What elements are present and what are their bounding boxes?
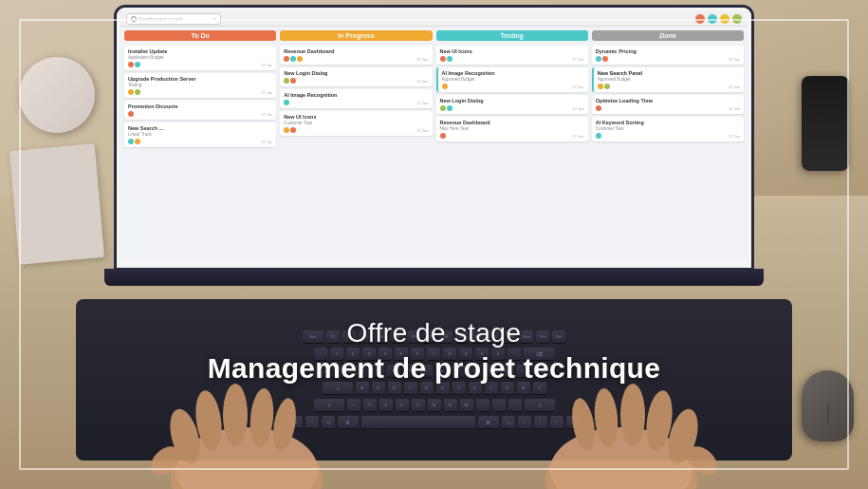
avatar: [128, 89, 134, 95]
avatar: [135, 62, 140, 67]
avatar: [284, 100, 289, 105]
header-icon-4: [732, 14, 742, 24]
card-avatars: [128, 89, 140, 95]
avatar: [602, 56, 608, 62]
card-subtitle: Application Budget: [128, 55, 272, 60]
card-title: Revenue Dashboard: [440, 120, 584, 125]
avatar: [128, 111, 134, 117]
card-optimize[interactable]: Optimize Loading Time 15 Jan: [592, 95, 744, 114]
card-subtitle: Testing: [128, 83, 272, 87]
col-header-inprogress: In Progress: [280, 30, 432, 41]
card-avatars: [284, 78, 296, 84]
avatar: [598, 84, 603, 89]
hands-overlay: [0, 261, 868, 489]
notebook: [9, 143, 104, 264]
header-icons: [695, 14, 742, 24]
card-footer: 27 Jan: [284, 127, 428, 133]
card-title: New Search Panel: [598, 70, 740, 76]
avatar: [442, 84, 448, 89]
card-date: 27 Jan: [416, 57, 428, 62]
screen-content: Search name or task... × To Do: [117, 8, 751, 268]
card-footer: 27 Jan: [442, 84, 584, 89]
card-title: New UI Icons: [284, 114, 428, 120]
card-promotion[interactable]: Promotion Dicounts 27 Jan: [124, 101, 276, 120]
card-subtitle: Customer Task: [284, 121, 428, 125]
header-icon-2: [708, 14, 717, 24]
card-avatars: [128, 62, 140, 67]
search-bar[interactable]: Search name or task... ×: [126, 13, 221, 25]
main-container: Search name or task... × To Do: [0, 0, 868, 489]
card-dynamic-pricing[interactable]: Dynamic Pricing 27 Jan: [592, 46, 744, 65]
card-avatars: [284, 56, 303, 62]
card-title: New Login Dialog: [284, 70, 428, 76]
card-ai-keyword[interactable]: AI Keyword Sorting Customer Task 27 Jan: [592, 117, 744, 141]
col-header-todo: To Do: [124, 30, 276, 41]
card-revenue-t[interactable]: Revenue Dashboard New Here Task 27 Jan: [436, 117, 588, 141]
svg-point-12: [620, 384, 645, 446]
avatar: [290, 127, 296, 133]
laptop-screen: Search name or task... × To Do: [114, 5, 754, 271]
column-done: Done Dynamic Pricing 27 Jan: [592, 30, 744, 256]
card-date: 27 Jan: [729, 134, 740, 139]
card-ui-icons-ip[interactable]: New UI Icons Customer Task 27 Jan: [280, 111, 432, 136]
card-ui-icons-t[interactable]: New UI Icons 27 Jan: [436, 46, 588, 65]
card-subtitle: Approved Budget: [442, 77, 584, 82]
card-title: AI Image Recognition: [442, 70, 584, 76]
card-new-search[interactable]: New Search ... Linear Track 27 Jan: [124, 122, 276, 147]
card-avatars: [440, 56, 452, 62]
card-revenue[interactable]: Revenue Dashboard 27 Jan: [280, 46, 432, 65]
card-footer: 15 Jan: [284, 78, 428, 84]
avatar: [284, 127, 289, 133]
avatar: [128, 139, 134, 144]
card-search-panel[interactable]: New Search Panel Approved Budget 27 Jan: [592, 67, 744, 92]
card-subtitle: Customer Task: [596, 126, 740, 131]
avatar: [596, 56, 601, 62]
card-date: 27 Jan: [729, 57, 740, 62]
card-footer: 27 Jan: [596, 133, 740, 139]
svg-point-4: [223, 384, 248, 446]
card-date: 27 Jan: [261, 140, 272, 144]
card-footer: 15 Jan: [596, 105, 740, 111]
card-subtitle: Approved Budget: [598, 77, 740, 82]
avatar: [128, 62, 134, 67]
avatar: [447, 56, 452, 62]
card-avatars: [596, 56, 608, 62]
card-date: 27 Jan: [261, 90, 272, 95]
card-date: 27 Jan: [729, 85, 740, 89]
card-avatars: [284, 100, 289, 105]
card-footer: 27 Jan: [284, 56, 428, 62]
card-footer: 27 Jan: [440, 56, 584, 62]
card-date: 27 Jan: [416, 101, 428, 105]
card-date: 27 Jan: [573, 134, 584, 139]
card-avatars: [128, 111, 134, 117]
avatar: [447, 105, 452, 111]
avatar: [440, 56, 446, 62]
avatar: [290, 56, 296, 62]
search-clear[interactable]: ×: [212, 16, 216, 22]
card-avatars: [440, 133, 446, 139]
card-login-t[interactable]: New Login Dialog 27 Jan: [436, 95, 588, 114]
card-title: New Login Dialog: [440, 98, 584, 103]
card-date: 15 Jan: [416, 79, 428, 84]
card-avatars: [596, 105, 601, 111]
card-installer-update[interactable]: Installer Update Application Budget 12 J…: [124, 46, 276, 70]
card-footer: 27 Jan: [598, 84, 740, 89]
avatar: [596, 105, 601, 111]
card-upgrade[interactable]: Upgrade Production Server Testing 27 Jan: [124, 73, 276, 98]
phone: [802, 76, 849, 171]
card-avatars: [596, 133, 601, 139]
card-title: Upgrade Production Server: [128, 76, 272, 82]
card-title: New Search ...: [128, 125, 272, 131]
search-icon: [131, 16, 137, 22]
avatar: [297, 56, 303, 62]
card-ai-image-t[interactable]: AI Image Recognition Approved Budget 27 …: [436, 67, 588, 92]
laptop: Search name or task... × To Do: [114, 5, 754, 290]
card-date: 27 Jan: [573, 106, 584, 111]
column-todo: To Do Installer Update Application Budge…: [124, 30, 276, 256]
card-login-dialog[interactable]: New Login Dialog 15 Jan: [280, 67, 432, 86]
card-ai-image[interactable]: AI Image Recognition 27 Jan: [280, 89, 432, 108]
avatar: [596, 133, 601, 139]
avatar: [440, 133, 446, 139]
card-date: 15 Jan: [729, 106, 740, 111]
card-subtitle: New Here Task: [440, 126, 584, 131]
